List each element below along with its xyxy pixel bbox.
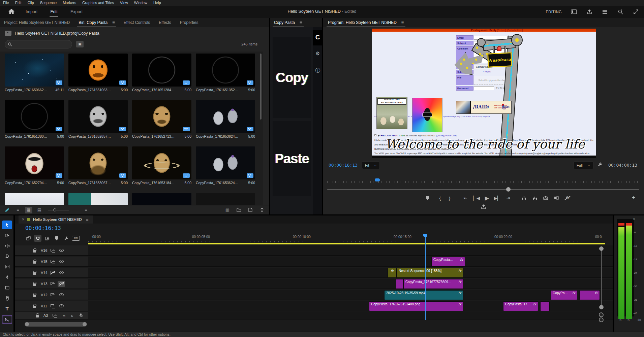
vscroll-knob-bottom[interactable]: [599, 305, 604, 309]
nav-import[interactable]: Import: [25, 6, 38, 17]
bin-item[interactable]: CopyPasta_1761651284572…5:00: [132, 54, 191, 92]
work-area-bar[interactable]: [88, 243, 605, 244]
sync-lock-icon[interactable]: [51, 312, 58, 318]
bin-item-partial[interactable]: [132, 193, 191, 205]
bin-item[interactable]: CopyPasta_1761652657814…5:00: [68, 100, 128, 138]
tab-bin-copy-pasta[interactable]: Bin: Copy Pasta: [79, 18, 108, 27]
tab-effect-controls[interactable]: Effect Controls: [124, 18, 150, 27]
type-tool[interactable]: T: [2, 304, 12, 313]
track-lane[interactable]: CopyPasta_1761676151408.pngfxCopyPasta_1…: [88, 301, 613, 311]
bin-item[interactable]: CopyPasta_1761653067384…5:00: [68, 146, 128, 185]
playback-quality-select[interactable]: Full⌄: [574, 161, 593, 169]
add-marker-icon[interactable]: [53, 235, 60, 242]
search-input[interactable]: [5, 40, 72, 48]
bin-item[interactable]: CopyPasta_1761652713435…5:00: [132, 100, 191, 138]
timeline-settings-wrench-icon[interactable]: [62, 235, 70, 242]
sort-icon[interactable]: ≡: [82, 207, 90, 213]
mark-out-button[interactable]: }: [445, 194, 454, 202]
timeline-clip[interactable]: [540, 301, 550, 311]
program-mini-ruler[interactable]: [327, 177, 639, 183]
timeline-clip[interactable]: 2025-10-28 19-35-59.mp4fx: [384, 290, 463, 300]
mark-in-button[interactable]: {: [435, 194, 445, 202]
timeline-current-timecode[interactable]: 00:00:16:13: [25, 225, 61, 231]
menu-graphics-and-titles[interactable]: Graphics and Titles: [79, 0, 117, 6]
track-lane[interactable]: [88, 312, 613, 319]
bin-item[interactable]: CopyPasta_1761651352380…5:00: [196, 54, 255, 92]
program-current-timecode[interactable]: 00:00:16:13: [329, 163, 358, 168]
object-selection-tool[interactable]: [2, 315, 12, 324]
tab-copy-pasta[interactable]: Copy Pasta: [274, 18, 295, 27]
nest-sequences-icon[interactable]: [25, 235, 32, 242]
share-export-icon[interactable]: [586, 9, 593, 15]
slider-knob[interactable]: [53, 208, 56, 211]
bin-up-icon[interactable]: ⬑: [5, 31, 11, 36]
step-forward-button[interactable]: ▶▏: [493, 194, 502, 202]
lock-icon[interactable]: [31, 281, 38, 287]
panel-menu-icon[interactable]: ≡: [86, 217, 89, 222]
ripple-edit-tool[interactable]: [2, 241, 12, 250]
export-frame-button[interactable]: [541, 194, 550, 202]
track-lane[interactable]: CopyPasta…fx: [88, 257, 613, 266]
wrench-settings-icon[interactable]: [597, 162, 602, 167]
gear-icon[interactable]: ⚙: [314, 50, 321, 57]
zoom-level-select[interactable]: Fit⌄: [362, 161, 380, 169]
timeline-clip[interactable]: CopyPasta_1761677576609…fx: [403, 279, 463, 289]
menu-clip[interactable]: Clip: [25, 0, 37, 6]
bin-item[interactable]: CopyPasta_1761653624679…5:00: [196, 146, 255, 185]
play-button[interactable]: ▶: [482, 194, 492, 202]
track-lane[interactable]: CopyPasta_1761677576609…fx: [88, 279, 613, 289]
bin-item-partial[interactable]: [196, 193, 255, 205]
bin-item[interactable]: CopyPasta_17616506626…45:11: [5, 54, 64, 92]
menu-help[interactable]: Help: [150, 0, 164, 6]
c-logo-icon[interactable]: C: [313, 30, 322, 45]
add-button[interactable]: +: [632, 194, 635, 201]
solo-button[interactable]: S: [68, 312, 76, 318]
solo-button-left[interactable]: S: [618, 318, 622, 322]
lock-icon[interactable]: [31, 270, 38, 276]
panel-menu-icon[interactable]: ≡: [401, 20, 404, 25]
copy-button[interactable]: Copy: [273, 37, 311, 118]
timeline-vertical-scrollbar[interactable]: [601, 248, 602, 309]
bin-item[interactable]: CopyPasta_1761653624679…5:00: [196, 100, 255, 138]
stacked-panels-icon[interactable]: [602, 9, 608, 15]
nav-edit[interactable]: Edit: [50, 6, 58, 17]
search-bins-toggle[interactable]: ▣: [76, 41, 84, 47]
timeline-ruler[interactable]: :00:0000:00:05:0000:00:10:0000:00:15:000…: [88, 234, 613, 242]
home-button[interactable]: [8, 8, 16, 15]
nav-export[interactable]: Export: [70, 6, 83, 17]
freeform-view-icon[interactable]: ▤: [36, 207, 43, 213]
timeline-clip[interactable]: fx: [579, 290, 600, 300]
new-bin-icon[interactable]: [235, 207, 243, 213]
timeline-clip[interactable]: Nested Sequence 09 [188%]fx: [397, 268, 463, 278]
timeline-tab[interactable]: × Hello Soyteen GET NISHED ≡: [19, 215, 93, 224]
bin-item[interactable]: CopyPasta_1761651063659…5:00: [68, 54, 128, 92]
menu-view[interactable]: View: [117, 0, 131, 6]
solo-button-right[interactable]: S: [626, 318, 631, 322]
edit-pencil-icon[interactable]: [3, 207, 11, 213]
toggle-track-output-eye-icon[interactable]: [58, 270, 65, 276]
mute-button[interactable]: M: [60, 312, 68, 318]
bin-item-partial[interactable]: [5, 193, 64, 205]
program-scroll-knob[interactable]: [506, 187, 511, 192]
toggle-track-output-eye-icon[interactable]: [58, 247, 65, 254]
playhead-line[interactable]: [425, 234, 426, 320]
menu-markers[interactable]: Markers: [60, 0, 79, 6]
toggle-track-output-eye-icon[interactable]: [58, 259, 65, 265]
global-fx-mute-button[interactable]: fx: [562, 194, 572, 202]
hand-tool[interactable]: [2, 294, 12, 302]
menu-file[interactable]: File: [0, 0, 12, 6]
voiceover-mic-icon[interactable]: [77, 312, 85, 318]
timeline-clip[interactable]: fx: [388, 268, 397, 278]
program-zoom-scrollbar[interactable]: [327, 189, 639, 190]
bin-item-partial[interactable]: [68, 193, 128, 205]
tab-properties[interactable]: Properties: [180, 18, 198, 27]
breadcrumb[interactable]: ⬑ Hello Soyteen GET NISHED.prproj\Copy P…: [5, 31, 99, 36]
list-view-icon[interactable]: ≡: [14, 207, 22, 213]
selection-tool[interactable]: [2, 221, 12, 229]
timeline-horizontal-scrollbar[interactable]: [25, 322, 87, 327]
track-lane[interactable]: fxNested Sequence 09 [188%]fx: [88, 268, 613, 277]
tab-effects[interactable]: Effects: [159, 18, 171, 27]
sync-lock-icon[interactable]: [49, 270, 56, 276]
timeline-clip[interactable]: CopyPa…fx: [551, 290, 577, 300]
linked-selection-icon[interactable]: [43, 235, 51, 242]
